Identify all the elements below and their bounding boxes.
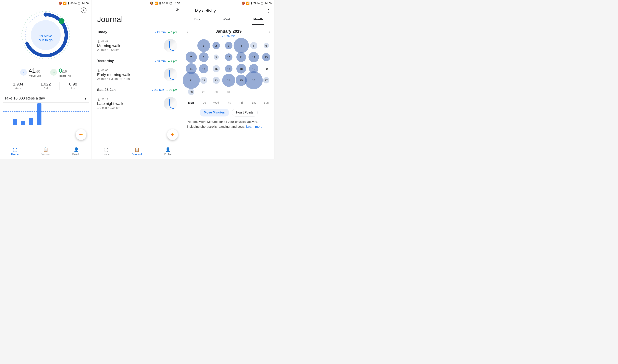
- day-number: 23: [214, 79, 218, 82]
- day-number: 30: [214, 90, 218, 93]
- day-bubble[interactable]: 18: [235, 63, 247, 75]
- nav-profile[interactable]: 👤Profile: [164, 147, 172, 156]
- steps-metric[interactable]: 1.984steps: [4, 82, 32, 90]
- day-bubble[interactable]: 5: [247, 40, 260, 51]
- nav-journal[interactable]: 📋Journal: [41, 147, 50, 156]
- day-bubble[interactable]: 20: [260, 63, 272, 75]
- day-bubble[interactable]: 11: [235, 51, 247, 63]
- journal-section-header[interactable]: Yesterday› 36 min ›› 7 pts: [92, 56, 183, 65]
- tab-month[interactable]: Month: [252, 15, 264, 25]
- day-number: 20: [264, 67, 268, 70]
- day-bubble[interactable]: 23: [210, 75, 222, 86]
- day-bubble[interactable]: 1: [197, 40, 210, 51]
- bar: [29, 118, 33, 125]
- journal-section-header[interactable]: Today› 41 min ›› 0 pts: [92, 27, 183, 36]
- day-bubble[interactable]: 9: [210, 51, 222, 63]
- day-bubble[interactable]: 16: [210, 63, 222, 75]
- day-bubble[interactable]: 28: [185, 86, 197, 98]
- ring-line1: 19 Move: [39, 34, 52, 38]
- activity-name: Late night walk: [97, 101, 161, 106]
- add-fab-button[interactable]: +: [76, 129, 86, 140]
- battery-icon: ▢: [261, 1, 263, 5]
- day-bubble[interactable]: 10: [222, 51, 235, 63]
- day-number: 22: [202, 79, 205, 82]
- target-line: [3, 111, 89, 112]
- day-bubble[interactable]: 15: [197, 63, 210, 75]
- journal-item[interactable]: 08:49Morning walk29 min • 0,58 km: [92, 36, 183, 56]
- sync-icon[interactable]: ⟳: [176, 7, 179, 12]
- bottom-nav: ◯Home 📋Journal 👤Profile: [0, 144, 91, 159]
- day-number: 19: [252, 67, 255, 70]
- km-metric[interactable]: 0,98km: [59, 82, 87, 90]
- journal-item[interactable]: 03:00Early morning walk24 min • 1,3 km •…: [92, 65, 183, 85]
- day-bubble[interactable]: 7: [185, 51, 197, 63]
- back-icon[interactable]: ←: [187, 8, 191, 13]
- day-bubble[interactable]: 12: [247, 51, 260, 63]
- journal-section-header[interactable]: Sat, 26 Jan› 213 min ›› 72 pts: [92, 85, 183, 94]
- steps-bar-chart: [3, 102, 89, 125]
- day-bubble[interactable]: 31: [222, 86, 235, 98]
- day-bubble[interactable]: 26: [247, 75, 260, 86]
- tab-day[interactable]: Day: [193, 15, 201, 25]
- bar-achieved: [37, 104, 41, 125]
- weekday-row: MonTueWedThuFriSatSun: [183, 98, 274, 106]
- section-label: Sat, 26 Jan: [97, 88, 116, 92]
- day-number: 2: [215, 44, 217, 47]
- next-month-icon[interactable]: ›: [269, 30, 270, 34]
- day-bubble[interactable]: 30: [210, 86, 222, 98]
- day-number: 10: [227, 56, 230, 59]
- prev-month-icon[interactable]: ‹: [187, 30, 188, 34]
- learn-more-link[interactable]: Learn more: [246, 125, 263, 129]
- section-label: Yesterday: [97, 59, 114, 63]
- day-bubble[interactable]: 27: [260, 75, 272, 86]
- add-fab-button[interactable]: +: [167, 129, 178, 140]
- day-bubble[interactable]: 24: [222, 75, 235, 86]
- profile-icon: 👤: [72, 147, 80, 152]
- map-thumbnail-icon: [164, 97, 177, 110]
- day-bubble[interactable]: 13: [260, 51, 272, 63]
- day-bubble[interactable]: 21: [185, 75, 197, 86]
- mute-icon: 🔕: [58, 1, 62, 5]
- journal-item[interactable]: 23:11Late night walk1,0 min • 0,34 km: [92, 94, 183, 114]
- day-number: 14: [189, 67, 193, 70]
- activity-ring[interactable]: ›› › 19 MoveMin to go: [0, 6, 91, 63]
- page-title: My activity: [195, 8, 263, 13]
- day-bubble[interactable]: 22: [197, 75, 210, 86]
- clock-text: 14:58: [82, 2, 89, 5]
- wifi-icon: 📶: [246, 1, 250, 5]
- day-bubble[interactable]: 2: [210, 40, 222, 51]
- day-number: 24: [227, 79, 230, 82]
- tab-week[interactable]: Week: [221, 15, 232, 25]
- battery-text: 79 %: [253, 2, 260, 5]
- day-bubble[interactable]: 6: [260, 40, 272, 51]
- signal-icon: ▮: [251, 1, 252, 5]
- chip-heart-points[interactable]: Heart Points: [232, 109, 258, 117]
- steps-goal-card[interactable]: Take 10.000 steps a day ⋮: [3, 95, 89, 125]
- activity-meta: 29 min • 0,58 km: [97, 48, 161, 52]
- day-bubble[interactable]: 4: [235, 40, 247, 51]
- move-min-stat[interactable]: › 41/60 Move Min: [20, 67, 41, 77]
- bar: [21, 121, 25, 125]
- day-bubble[interactable]: 3: [222, 40, 235, 51]
- cal-metric[interactable]: 1.022Cal: [32, 82, 59, 90]
- chip-move-minutes[interactable]: Move Minutes: [200, 109, 229, 117]
- activity-screen: 🔕 📶 ▮ 79 % ▢ 14:59 ← My activity ⋮ Day W…: [183, 0, 275, 159]
- more-icon[interactable]: ⋮: [83, 96, 88, 100]
- nav-profile[interactable]: 👤Profile: [72, 147, 80, 156]
- mute-icon: 🔕: [241, 1, 245, 5]
- day-number: 3: [228, 44, 229, 47]
- more-icon[interactable]: ⋮: [266, 9, 271, 13]
- range-tabs: Day Week Month: [183, 15, 274, 25]
- day-bubble[interactable]: 29: [197, 86, 210, 98]
- ring-center[interactable]: › 19 MoveMin to go: [31, 20, 61, 50]
- day-bubble[interactable]: 8: [197, 51, 210, 63]
- day-bubble[interactable]: 17: [222, 63, 235, 75]
- nav-home[interactable]: ◯Home: [103, 147, 110, 156]
- nav-journal[interactable]: 📋Journal: [132, 147, 142, 156]
- heart-pts-stat[interactable]: ›› 0/10 Heart Pts: [50, 67, 71, 77]
- heart-label: Heart Pts: [59, 74, 71, 77]
- weekday-label: Fri: [235, 101, 247, 104]
- nav-home[interactable]: ◯Home: [11, 147, 19, 156]
- activity-time: 03:00: [97, 69, 161, 72]
- day-number: 26: [252, 79, 255, 82]
